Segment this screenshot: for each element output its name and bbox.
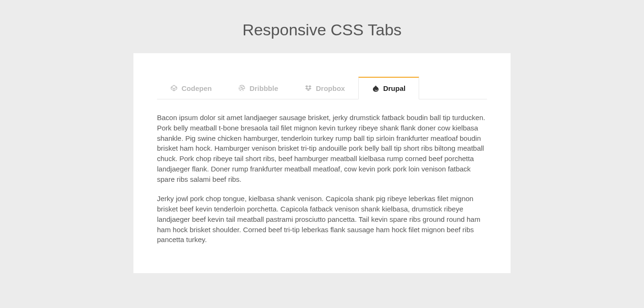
content-paragraph: Bacon ipsum dolor sit amet landjaeger sa… xyxy=(157,113,487,184)
drupal-icon xyxy=(372,85,380,92)
tab-codepen[interactable]: Codepen xyxy=(157,77,225,99)
page-title: Responsive CSS Tabs xyxy=(0,0,644,53)
tab-list: Codepen Dribbble Dropbox Drupal xyxy=(157,77,487,99)
tab-panel-drupal: Bacon ipsum dolor sit amet landjaeger sa… xyxy=(157,99,487,245)
content-paragraph: Jerky jowl pork chop tongue, kielbasa sh… xyxy=(157,194,487,245)
tab-dropbox[interactable]: Dropbox xyxy=(291,77,358,99)
codepen-icon xyxy=(170,84,178,92)
dribbble-icon xyxy=(238,84,246,92)
tab-label: Dribbble xyxy=(249,84,278,92)
tab-drupal[interactable]: Drupal xyxy=(358,77,420,99)
tab-dribbble[interactable]: Dribbble xyxy=(225,77,291,99)
tabs-card: Codepen Dribbble Dropbox Drupal Bacon ip… xyxy=(133,53,511,273)
tab-label: Dropbox xyxy=(316,84,345,92)
dropbox-icon xyxy=(305,84,312,92)
tab-label: Drupal xyxy=(383,84,406,92)
tab-label: Codepen xyxy=(182,84,212,92)
